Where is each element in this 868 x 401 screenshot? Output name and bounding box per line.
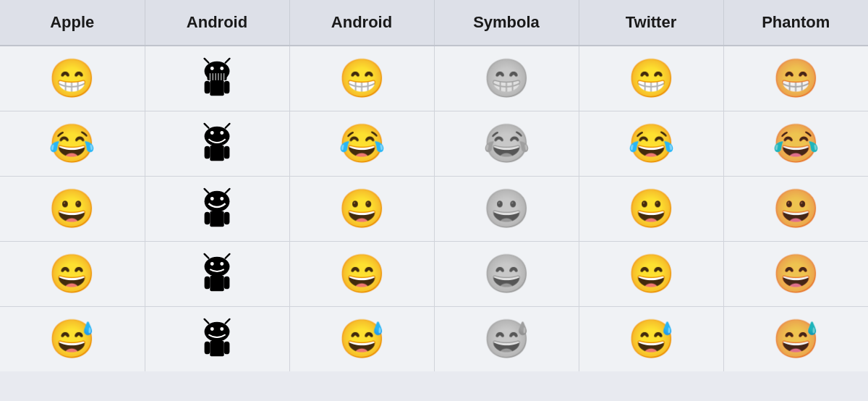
apple-emoji-cell: 😄 (0, 241, 145, 306)
svg-point-43 (220, 327, 224, 331)
svg-point-34 (210, 262, 214, 266)
svg-point-26 (210, 197, 214, 200)
svg-rect-30 (210, 211, 224, 227)
svg-line-31 (205, 254, 209, 258)
android1-emoji-cell (145, 241, 289, 306)
svg-point-3 (210, 67, 214, 70)
svg-rect-46 (210, 341, 224, 356)
svg-line-32 (226, 254, 230, 258)
symbola-emoji-cell: 😂 (434, 111, 579, 176)
svg-line-23 (205, 189, 209, 193)
table-row: 😂 😂😂😂😂 (0, 111, 868, 176)
svg-point-42 (210, 327, 214, 331)
svg-rect-38 (210, 276, 224, 291)
svg-point-41 (205, 322, 230, 342)
table-row: 😁 😁😁😁😁 (0, 46, 868, 111)
svg-rect-20 (205, 146, 210, 159)
android1-emoji-cell (145, 306, 289, 371)
col-header-android1: Android (145, 0, 289, 46)
svg-point-33 (205, 257, 230, 277)
phantom-emoji-cell: 😀 (723, 176, 868, 241)
svg-rect-14 (210, 80, 224, 96)
svg-rect-37 (224, 277, 230, 289)
col-header-twitter: Twitter (579, 0, 723, 46)
apple-emoji-cell: 😂 (0, 111, 145, 176)
symbola-emoji-cell: 😁 (434, 46, 579, 111)
android1-emoji-cell (145, 111, 289, 176)
twitter-emoji-cell: 😀 (579, 176, 723, 241)
svg-rect-29 (224, 212, 230, 224)
symbola-emoji-cell: 😀 (434, 176, 579, 241)
svg-rect-28 (205, 212, 210, 224)
col-header-apple: Apple (0, 0, 145, 46)
table-row: 😅 😅😅😅😅 (0, 306, 868, 371)
col-header-symbola: Symbola (434, 0, 579, 46)
android2-emoji-cell: 😅 (289, 306, 434, 371)
svg-rect-13 (224, 81, 230, 93)
svg-line-40 (226, 319, 230, 324)
android2-emoji-cell: 😂 (289, 111, 434, 176)
col-header-android2: Android (289, 0, 434, 46)
svg-point-27 (220, 197, 224, 200)
svg-rect-36 (205, 277, 210, 289)
twitter-emoji-cell: 😄 (579, 241, 723, 306)
symbola-emoji-cell: 😅 (434, 306, 579, 371)
svg-rect-12 (205, 81, 210, 93)
table-row: 😀 😀😀😀😀 (0, 176, 868, 241)
svg-rect-21 (224, 146, 230, 159)
apple-emoji-cell: 😅 (0, 306, 145, 371)
svg-line-16 (226, 124, 230, 128)
svg-line-0 (205, 59, 209, 63)
phantom-emoji-cell: 😅 (723, 306, 868, 371)
table-row: 😄 😄😄😄😄 (0, 241, 868, 306)
android2-emoji-cell: 😁 (289, 46, 434, 111)
svg-line-15 (205, 124, 209, 128)
twitter-emoji-cell: 😂 (579, 111, 723, 176)
svg-line-1 (226, 59, 230, 63)
phantom-emoji-cell: 😁 (723, 46, 868, 111)
col-header-phantom: Phantom (723, 0, 868, 46)
svg-rect-44 (205, 342, 210, 354)
android2-emoji-cell: 😀 (289, 176, 434, 241)
twitter-emoji-cell: 😁 (579, 46, 723, 111)
svg-line-24 (226, 189, 230, 193)
svg-point-19 (220, 131, 224, 135)
svg-point-25 (205, 191, 230, 212)
symbola-emoji-cell: 😄 (434, 241, 579, 306)
svg-point-4 (220, 67, 224, 70)
svg-point-35 (220, 262, 224, 266)
android1-emoji-cell (145, 46, 289, 111)
phantom-emoji-cell: 😄 (723, 241, 868, 306)
phantom-emoji-cell: 😂 (723, 111, 868, 176)
apple-emoji-cell: 😁 (0, 46, 145, 111)
apple-emoji-cell: 😀 (0, 176, 145, 241)
twitter-emoji-cell: 😅 (579, 306, 723, 371)
svg-line-39 (205, 319, 209, 324)
svg-point-18 (210, 131, 214, 135)
android1-emoji-cell (145, 176, 289, 241)
svg-rect-45 (224, 342, 230, 354)
android2-emoji-cell: 😄 (289, 241, 434, 306)
svg-rect-22 (210, 145, 224, 161)
